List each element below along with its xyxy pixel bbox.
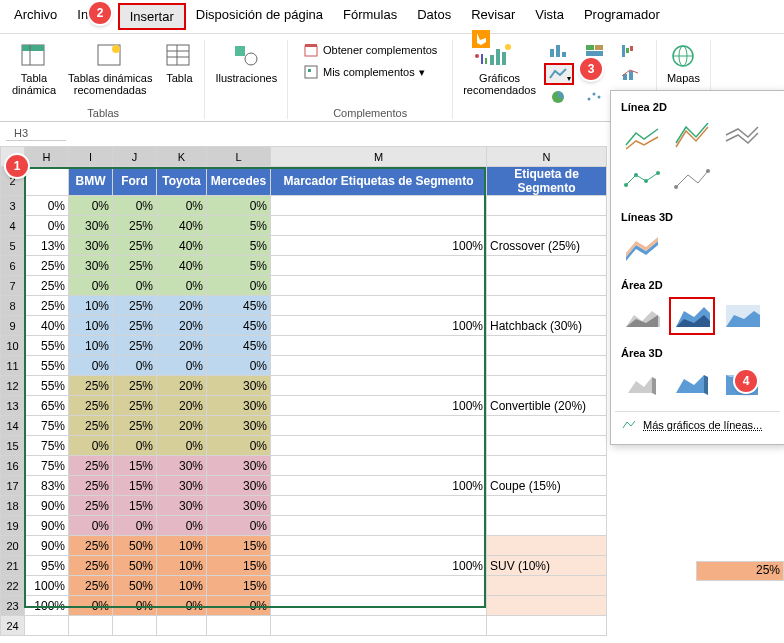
cell-L20[interactable]: 15% xyxy=(207,536,271,556)
line-chart-3[interactable] xyxy=(719,119,765,157)
cell-J19[interactable]: 0% xyxy=(113,516,157,536)
stacked-area-chart[interactable] xyxy=(669,297,715,335)
cell-I21[interactable]: 25% xyxy=(69,556,113,576)
cell-I3[interactable]: 0% xyxy=(69,196,113,216)
cell-N19[interactable] xyxy=(487,516,607,536)
cell-M11[interactable] xyxy=(271,356,487,376)
cell-L4[interactable]: 5% xyxy=(207,216,271,236)
cell-H4[interactable]: 0% xyxy=(25,216,69,236)
bing-icon[interactable] xyxy=(472,30,490,48)
area3d-chart-1[interactable] xyxy=(619,365,665,403)
menu-disposicion[interactable]: Disposición de página xyxy=(186,3,333,30)
cell-L23[interactable]: 0% xyxy=(207,596,271,616)
cell-N18[interactable] xyxy=(487,496,607,516)
cell-M6[interactable] xyxy=(271,256,487,276)
cell-I7[interactable]: 0% xyxy=(69,276,113,296)
scatter-chart-icon[interactable] xyxy=(580,86,610,108)
cell-H5[interactable]: 13% xyxy=(25,236,69,256)
cell-M17[interactable]: 100% xyxy=(271,476,487,496)
cell-I10[interactable]: 10% xyxy=(69,336,113,356)
cell-J17[interactable]: 15% xyxy=(113,476,157,496)
cell-K18[interactable]: 30% xyxy=(157,496,207,516)
row-header-8[interactable]: 8 xyxy=(1,296,25,316)
cell-L14[interactable]: 30% xyxy=(207,416,271,436)
cell-L5[interactable]: 5% xyxy=(207,236,271,256)
people-graph-icon[interactable] xyxy=(472,51,490,69)
cell-N11[interactable] xyxy=(487,356,607,376)
cell-K16[interactable]: 30% xyxy=(157,456,207,476)
cell-K12[interactable]: 20% xyxy=(157,376,207,396)
cell-L3[interactable]: 0% xyxy=(207,196,271,216)
cell-J8[interactable]: 25% xyxy=(113,296,157,316)
cell-L16[interactable]: 30% xyxy=(207,456,271,476)
row-header-7[interactable]: 7 xyxy=(1,276,25,296)
cell-H10[interactable]: 55% xyxy=(25,336,69,356)
cell-L18[interactable]: 30% xyxy=(207,496,271,516)
cell-L7[interactable]: 0% xyxy=(207,276,271,296)
cell-I12[interactable]: 25% xyxy=(69,376,113,396)
row-header-20[interactable]: 20 xyxy=(1,536,25,556)
cell-I17[interactable]: 25% xyxy=(69,476,113,496)
cell-K14[interactable]: 20% xyxy=(157,416,207,436)
col-header-J[interactable]: J xyxy=(113,147,157,167)
cell-L21[interactable]: 15% xyxy=(207,556,271,576)
cell-L17[interactable]: 30% xyxy=(207,476,271,496)
cell-I13[interactable]: 25% xyxy=(69,396,113,416)
area-chart-3[interactable] xyxy=(719,297,765,335)
row-header-16[interactable]: 16 xyxy=(1,456,25,476)
cell-I14[interactable]: 25% xyxy=(69,416,113,436)
cell-J12[interactable]: 25% xyxy=(113,376,157,396)
cell-I8[interactable]: 10% xyxy=(69,296,113,316)
cell-M8[interactable] xyxy=(271,296,487,316)
illustrations-button[interactable]: Ilustraciones xyxy=(211,40,281,86)
cell-N13[interactable]: Convertible (20%) xyxy=(487,396,607,416)
cell-N12[interactable] xyxy=(487,376,607,396)
cell-J18[interactable]: 15% xyxy=(113,496,157,516)
cell-K9[interactable]: 20% xyxy=(157,316,207,336)
cell-J20[interactable]: 50% xyxy=(113,536,157,556)
cell-N10[interactable] xyxy=(487,336,607,356)
row-header-22[interactable]: 22 xyxy=(1,576,25,596)
cell-H3[interactable]: 0% xyxy=(25,196,69,216)
cell-L10[interactable]: 45% xyxy=(207,336,271,356)
cell-H13[interactable]: 65% xyxy=(25,396,69,416)
cell-J22[interactable]: 50% xyxy=(113,576,157,596)
row-header-4[interactable]: 4 xyxy=(1,216,25,236)
cell-I9[interactable]: 10% xyxy=(69,316,113,336)
row-header-15[interactable]: 15 xyxy=(1,436,25,456)
menu-archivo[interactable]: Archivo xyxy=(4,3,67,30)
cell-L8[interactable]: 45% xyxy=(207,296,271,316)
cell-M16[interactable] xyxy=(271,456,487,476)
row-header-5[interactable]: 5 xyxy=(1,236,25,256)
cell-I16[interactable]: 25% xyxy=(69,456,113,476)
cell-H19[interactable]: 90% xyxy=(25,516,69,536)
cell-M7[interactable] xyxy=(271,276,487,296)
pie-chart-icon[interactable] xyxy=(544,86,574,108)
my-addins-button[interactable]: Mis complementos ▾ xyxy=(299,62,429,82)
cell-H22[interactable]: 100% xyxy=(25,576,69,596)
cell-H8[interactable]: 25% xyxy=(25,296,69,316)
cell-N5[interactable]: Crossover (25%) xyxy=(487,236,607,256)
cell-N20[interactable] xyxy=(487,536,607,556)
cell-M19[interactable] xyxy=(271,516,487,536)
cell-N3[interactable] xyxy=(487,196,607,216)
cell-K22[interactable]: 10% xyxy=(157,576,207,596)
cell-N23[interactable] xyxy=(487,596,607,616)
col-header-M[interactable]: M xyxy=(271,147,487,167)
cell-J11[interactable]: 0% xyxy=(113,356,157,376)
maps-button[interactable]: Mapas xyxy=(663,40,704,86)
menu-vista[interactable]: Vista xyxy=(525,3,574,30)
row-header-6[interactable]: 6 xyxy=(1,256,25,276)
cell-N7[interactable] xyxy=(487,276,607,296)
row-header-14[interactable]: 14 xyxy=(1,416,25,436)
cell-J15[interactable]: 0% xyxy=(113,436,157,456)
get-addins-button[interactable]: Obtener complementos xyxy=(299,40,441,60)
row-header-13[interactable]: 13 xyxy=(1,396,25,416)
cell-K6[interactable]: 40% xyxy=(157,256,207,276)
cell-H14[interactable]: 75% xyxy=(25,416,69,436)
cell-M22[interactable] xyxy=(271,576,487,596)
cell-J5[interactable]: 25% xyxy=(113,236,157,256)
line-markers-1[interactable] xyxy=(619,161,665,199)
cell-N21[interactable]: SUV (10%) xyxy=(487,556,607,576)
column-chart-icon[interactable] xyxy=(544,40,574,62)
